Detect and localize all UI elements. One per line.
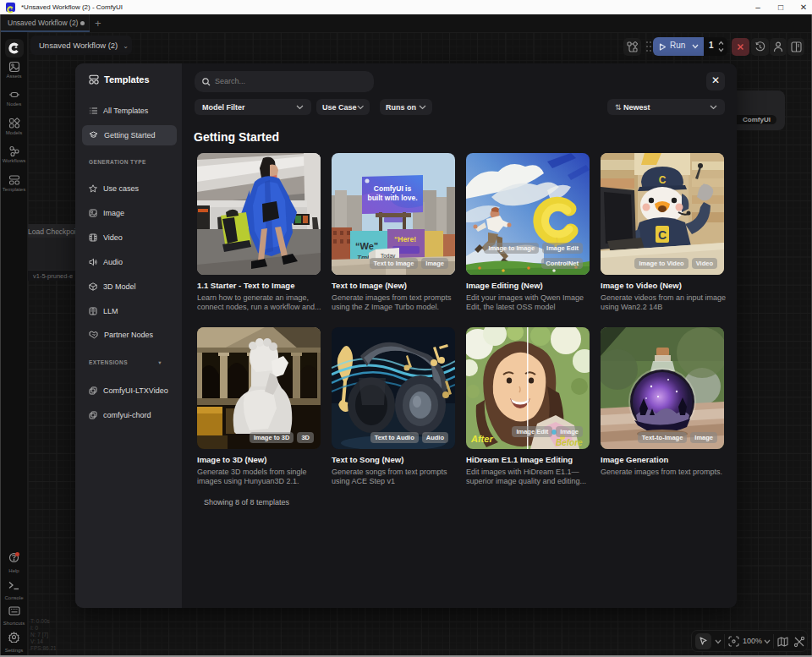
svg-text:“We”: “We” [355,241,378,251]
svg-text:“Here!: “Here! [394,235,416,244]
svg-text:C: C [659,174,667,186]
svg-text:After: After [470,434,493,444]
svg-text:Before: Before [556,438,583,447]
svg-text:ComfyUI is: ComfyUI is [374,184,412,193]
svg-text:C: C [658,228,667,242]
svg-text:built with love.: built with love. [367,194,417,202]
